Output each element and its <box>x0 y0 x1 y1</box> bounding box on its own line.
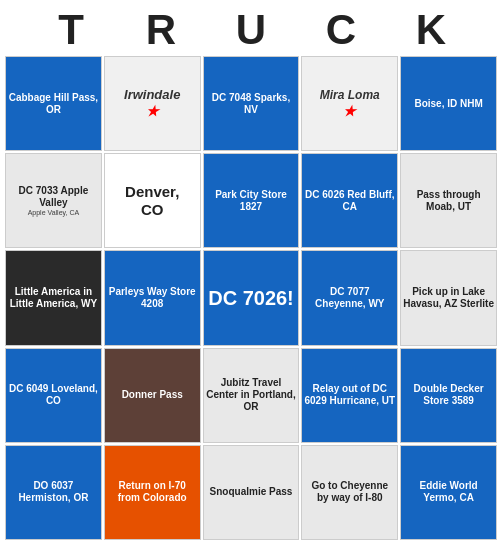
bingo-cell-r4c3[interactable]: Go to Cheyenne by way of I-80 <box>301 445 398 540</box>
cell-label: Relay out of DC 6029 Hurricane, UT <box>302 381 397 409</box>
title-letter-r: R <box>116 6 206 54</box>
bingo-cell-r4c0[interactable]: DO 6037 Hermiston, OR <box>5 445 102 540</box>
cell-label: Pass through Moab, UT <box>401 187 496 215</box>
bingo-cell-r0c1[interactable]: Irwindale ★ <box>104 56 201 151</box>
bingo-cell-r4c2[interactable]: Snoqualmie Pass <box>203 445 300 540</box>
bingo-cell-r0c3[interactable]: Mira Loma ★ <box>301 56 398 151</box>
cell-label: Eddie World Yermo, CA <box>401 478 496 506</box>
cell-label: Double Decker Store 3589 <box>401 381 496 409</box>
cell-label: Pick up in Lake Havasu, AZ Sterlite <box>401 284 496 312</box>
cell-label: Go to Cheyenne by way of I-80 <box>302 478 397 506</box>
title-row: T R U C K <box>4 4 498 56</box>
cell-label: Irwindale ★ <box>122 85 182 121</box>
cell-label: Donner Pass <box>120 387 185 403</box>
bingo-cell-r0c4[interactable]: Boise, ID NHM <box>400 56 497 151</box>
bingo-board: T R U C K Cabbage Hill Pass, OR Irwindal… <box>0 0 502 544</box>
cell-label: DC 6026 Red Bluff, CA <box>302 187 397 215</box>
cell-label: Denver,CO <box>123 181 181 221</box>
title-letter-t: T <box>26 6 116 54</box>
bingo-cell-r1c1[interactable]: Denver,CO <box>104 153 201 248</box>
bingo-cell-r4c1[interactable]: Return on I-70 from Colorado <box>104 445 201 540</box>
cell-subtext: Apple Valley, CA <box>8 209 99 217</box>
cell-label: Return on I-70 from Colorado <box>105 478 200 506</box>
cell-label: Little America in Little America, WY <box>6 284 101 312</box>
red-star-icon: ★ <box>146 103 159 119</box>
bingo-cell-r2c3[interactable]: DC 7077 Cheyenne, WY <box>301 250 398 345</box>
cell-label: DC 7048 Sparks, NV <box>204 90 299 118</box>
bingo-cell-r3c2[interactable]: Jubitz Travel Center in Portland, OR <box>203 348 300 443</box>
cell-label: DC 7077 Cheyenne, WY <box>302 284 397 312</box>
bingo-cell-r2c0[interactable]: Little America in Little America, WY <box>5 250 102 345</box>
bingo-cell-r1c4[interactable]: Pass through Moab, UT <box>400 153 497 248</box>
bingo-cell-r1c2[interactable]: Park City Store 1827 <box>203 153 300 248</box>
title-letter-c: C <box>296 6 386 54</box>
bingo-cell-r0c0[interactable]: Cabbage Hill Pass, OR <box>5 56 102 151</box>
bingo-cell-r2c2[interactable]: DC 7026! <box>203 250 300 345</box>
cell-label: Snoqualmie Pass <box>208 484 295 500</box>
title-letter-u: U <box>206 6 296 54</box>
bingo-cell-r3c1[interactable]: Donner Pass <box>104 348 201 443</box>
bingo-cell-r3c0[interactable]: DC 6049 Loveland, CO <box>5 348 102 443</box>
bingo-cell-r1c3[interactable]: DC 6026 Red Bluff, CA <box>301 153 398 248</box>
cell-label: DC 7033 Apple ValleyApple Valley, CA <box>6 183 101 219</box>
title-letter-k: K <box>386 6 476 54</box>
bingo-cell-r1c0[interactable]: DC 7033 Apple ValleyApple Valley, CA <box>5 153 102 248</box>
bingo-cell-r0c2[interactable]: DC 7048 Sparks, NV <box>203 56 300 151</box>
bingo-cell-r4c4[interactable]: Eddie World Yermo, CA <box>400 445 497 540</box>
bingo-grid: Cabbage Hill Pass, OR Irwindale ★ DC 704… <box>5 56 497 540</box>
cell-label: Parleys Way Store 4208 <box>105 284 200 312</box>
red-star-icon: ★ <box>343 103 356 119</box>
bingo-cell-r3c4[interactable]: Double Decker Store 3589 <box>400 348 497 443</box>
bingo-cell-r3c3[interactable]: Relay out of DC 6029 Hurricane, UT <box>301 348 398 443</box>
bingo-cell-r2c4[interactable]: Pick up in Lake Havasu, AZ Sterlite <box>400 250 497 345</box>
cell-label: Park City Store 1827 <box>204 187 299 215</box>
cell-label: Mira Loma ★ <box>318 85 382 121</box>
cell-label: Cabbage Hill Pass, OR <box>6 90 101 118</box>
cell-label: DO 6037 Hermiston, OR <box>6 478 101 506</box>
cell-label: Jubitz Travel Center in Portland, OR <box>204 375 299 415</box>
cell-label: Boise, ID NHM <box>412 96 484 112</box>
cell-label: DC 6049 Loveland, CO <box>6 381 101 409</box>
cell-label: DC 7026! <box>206 284 296 312</box>
bingo-cell-r2c1[interactable]: Parleys Way Store 4208 <box>104 250 201 345</box>
